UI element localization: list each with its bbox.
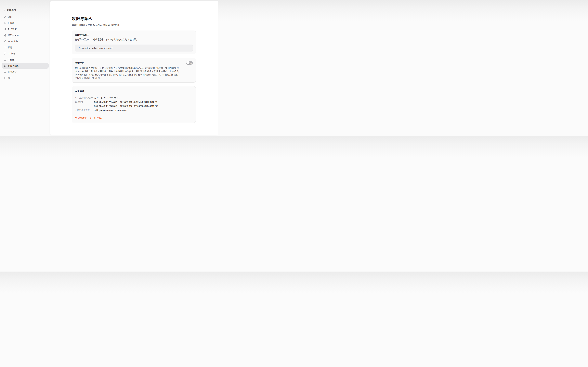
- local-data-card-title: 本地数据路径: [75, 34, 193, 36]
- sidebar-item-credits[interactable]: 积分详情: [1, 27, 48, 32]
- sidebar-item-workspace[interactable]: 工作区: [1, 57, 48, 63]
- external-link-icon: [75, 117, 77, 119]
- message-plus-icon: [4, 71, 6, 73]
- filing-row-value: Beijing-AutoGLM-20250606S0053: [94, 108, 127, 112]
- algorithm-filing-line: 智谱 ChatGLM 生成算法（网信算备 1101081058580012300…: [94, 100, 159, 104]
- filing-card-divider: [75, 114, 193, 114]
- info-icon: [4, 77, 6, 79]
- filing-row-label: 大模型备案登记: [75, 108, 94, 112]
- optimization-description: 我们诚邀您加入优化提升计划，您的加入会帮助我们更好地迭代产品：在去标识化处理后，…: [75, 66, 193, 80]
- sidebar-item-label: 技能: [8, 46, 12, 49]
- filing-row-value: 智谱 ChatGLM 生成算法（网信算备 1101081058580012300…: [94, 100, 159, 108]
- workspace-path-field[interactable]: ~/.openclaw-autoclaw/workspace: [75, 45, 193, 51]
- user-agreement-link[interactable]: 用户协议: [90, 117, 102, 119]
- local-data-card-description: 所有工作区文件、对话记录和 Agent 输出均存储在此本地目录。: [75, 38, 193, 41]
- privacy-policy-label: 隐私政策: [78, 117, 87, 119]
- optimization-description-line: 择不允许我们将您的信息用于此目的。您也可以在后续使用中的任何时候通过"设置"中的…: [75, 73, 193, 76]
- toggle-state-label: 关: [190, 62, 192, 64]
- sidebar-item-about[interactable]: 关于: [1, 75, 48, 81]
- sidebar-item-label: 用量统计: [8, 22, 17, 25]
- filing-row-llm-registration: 大模型备案登记 Beijing-AutoGLM-20250606S0053: [75, 108, 193, 112]
- optimization-description-line: 我们诚邀您加入优化提升计划，您的加入会帮助我们更好地迭代产品：在去标识化处理后，…: [75, 66, 193, 70]
- bar-chart-icon: [4, 22, 6, 25]
- sidebar-item-label: 工作区: [8, 58, 15, 61]
- main-panel: 数据与隐私 查看数据存储位置与 AutoClaw 的网络出站范围。 本地数据路径…: [50, 0, 218, 135]
- filing-row-label: ICP 备案/许可证号: [75, 96, 94, 100]
- policy-links: 隐私政策 用户协议: [75, 117, 193, 120]
- page-subtitle: 查看数据存储位置与 AutoClaw 的网络出站范围。: [72, 24, 196, 27]
- arrow-left-icon: [3, 9, 6, 11]
- filing-card: 备案信息 ICP 备案/许可证号 京 ICP 备 20011824 号 -21 …: [72, 86, 196, 123]
- algorithm-filing-line: 智谱 ChatGLM 搜索算法（网信算备 1101081058580042400…: [94, 104, 159, 108]
- optimization-description-line: 输入与生成的信息以及屏幕操作信息用于模型的训练与优化。我们尊重您的个人信息主体权…: [75, 70, 193, 73]
- sidebar-item-usage-stats[interactable]: 用量统计: [1, 20, 48, 26]
- optimization-toggle[interactable]: 关: [186, 61, 193, 65]
- filing-row-value: 京 ICP 备 20011824 号 -21: [94, 96, 120, 100]
- sidebar-item-general[interactable]: 通用: [1, 14, 48, 20]
- filing-row-label: 算法备案: [75, 100, 94, 108]
- optimization-card-title: 优化计划: [75, 61, 84, 64]
- sidebar-item-feedback[interactable]: 提交反馈: [1, 69, 48, 75]
- chat-bubble-icon: [4, 52, 6, 55]
- sidebar-nav: 通用 用量统计 积分详情 模型与 API MCP 服务: [0, 14, 50, 81]
- filing-row-icp: ICP 备案/许可证号 京 ICP 备 20011824 号 -21: [75, 96, 193, 100]
- plug-icon: [4, 40, 6, 43]
- filing-row-algorithm: 算法备案 智谱 ChatGLM 生成算法（网信算备 11010810585800…: [75, 100, 193, 108]
- sidebar-item-mcp-services[interactable]: MCP 服务: [1, 39, 48, 44]
- sidebar: 返回应用 通用 用量统计 积分详情 模型与 API: [0, 0, 50, 136]
- pencil-icon: [4, 16, 6, 18]
- filing-card-title: 备案信息: [75, 89, 193, 92]
- book-open-icon: [4, 46, 6, 49]
- sidebar-item-models-api[interactable]: 模型与 API: [1, 33, 48, 38]
- sidebar-item-label: 通用: [8, 16, 12, 19]
- coins-icon: [4, 28, 6, 31]
- sidebar-item-data-privacy[interactable]: 数据与隐私: [1, 63, 48, 69]
- sidebar-item-label: 关于: [8, 76, 12, 79]
- sidebar-item-label: IM 频道: [8, 52, 16, 55]
- back-label: 返回应用: [7, 8, 16, 11]
- sidebar-item-label: MCP 服务: [8, 40, 18, 43]
- shield-icon: [4, 65, 6, 67]
- back-button[interactable]: 返回应用: [3, 8, 16, 12]
- folder-icon: [4, 58, 6, 61]
- page-title: 数据与隐私: [72, 16, 196, 21]
- toggle-knob: [186, 61, 190, 64]
- privacy-policy-link[interactable]: 隐私政策: [75, 117, 87, 119]
- cpu-chip-icon: [4, 34, 6, 37]
- user-agreement-label: 用户协议: [93, 117, 102, 119]
- sidebar-item-skills[interactable]: 技能: [1, 45, 48, 50]
- sidebar-item-label: 提交反馈: [8, 70, 17, 73]
- external-link-icon: [90, 117, 92, 119]
- optimization-description-line: 选择加入或退出优化计划。: [75, 76, 193, 80]
- local-data-card: 本地数据路径 所有工作区文件、对话记录和 Agent 输出均存储在此本地目录。 …: [72, 31, 196, 54]
- optimization-card: 优化计划 关 我们诚邀您加入优化提升计划，您的加入会帮助我们更好地迭代产品：在去…: [72, 58, 196, 83]
- sidebar-item-label: 模型与 API: [8, 34, 19, 37]
- workspace-path-value: ~/.openclaw-autoclaw/workspace: [77, 47, 113, 49]
- sidebar-item-label: 数据与隐私: [8, 64, 19, 67]
- sidebar-item-im-channels[interactable]: IM 频道: [1, 51, 48, 56]
- filing-rows: ICP 备案/许可证号 京 ICP 备 20011824 号 -21 算法备案 …: [75, 96, 193, 112]
- sidebar-item-label: 积分详情: [8, 28, 17, 31]
